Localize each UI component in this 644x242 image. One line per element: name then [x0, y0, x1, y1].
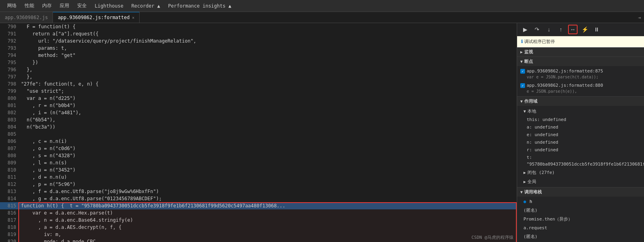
nav-performance[interactable]: 性能: [21, 0, 38, 12]
breakpoint-item-2[interactable]: ✓ app.93609862.js:formatted:880 e = JSON…: [517, 81, 644, 96]
line-num: 796: [0, 66, 19, 73]
code-line: , r = n("b0b4"): [19, 102, 517, 109]
code-line: url: "/dataservice/query/project/finishM…: [19, 37, 517, 45]
callstack-header[interactable]: ▼ 调用堆栈: [517, 187, 644, 197]
code-table: 790 F = function(t) {791 return a["a"].r…: [0, 23, 517, 242]
line-num: 809: [0, 159, 19, 166]
code-line: , p = n("5c96"): [19, 181, 517, 188]
code-line: , g = d.a.enc.Utf8.parse("0123456789ABCD…: [19, 195, 517, 202]
code-editor[interactable]: 790 F = function(t) {791 return a["a"].r…: [0, 23, 517, 242]
step-over-button[interactable]: ↷: [532, 25, 542, 34]
nav-application[interactable]: 应用: [56, 0, 73, 12]
tab-original[interactable]: app.93609862.js: [0, 12, 53, 23]
watch-header[interactable]: ▶ 监视: [517, 47, 644, 57]
top-nav: 网络 性能 内存 应用 安全 Lighthouse Recorder ▲ Per…: [0, 0, 644, 12]
bp-checkbox-2[interactable]: ✓: [520, 83, 525, 88]
code-line: }): [19, 59, 517, 66]
code-line: method: "get": [19, 52, 517, 59]
code-line: , l = n.n(s): [19, 159, 517, 166]
scope-var: n: undefined: [517, 139, 644, 146]
line-num: 820: [0, 238, 19, 242]
line-num: 804: [0, 123, 19, 131]
pause-button[interactable]: ⏸: [592, 25, 601, 34]
callstack-item[interactable]: (匿名): [517, 206, 644, 215]
code-line: var a = n("d225"): [19, 95, 517, 102]
line-num: 812: [0, 181, 19, 188]
scope-closure-header[interactable]: ▶ 闭包 (27fe): [517, 168, 644, 177]
code-line: },: [19, 73, 517, 80]
code-line: function h(t) { t = "95780ba0943730051dc…: [19, 202, 517, 209]
breakpoint-item-1[interactable]: ✓ app.93609862.js:formatted:875 var e = …: [517, 67, 644, 81]
scope-var: t: "95780ba0943730051dccb5fe3918f9fe1b6f…: [517, 154, 644, 168]
nav-security[interactable]: 安全: [73, 0, 91, 12]
expand-panel-icon[interactable]: ⇥: [635, 15, 644, 20]
scope-var: this: undefined: [517, 116, 644, 123]
main-content: 790 F = function(t) {791 return a["a"].r…: [0, 23, 644, 242]
line-num: 818: [0, 224, 19, 231]
nav-network[interactable]: 网络: [3, 0, 21, 12]
code-line: return a["a"].request({: [19, 30, 517, 37]
tab-formatted-label: app.93609862.js:formatted: [58, 15, 130, 20]
breakpoints-header[interactable]: ▼ 断点: [517, 57, 644, 66]
scope-label: 作用域: [524, 98, 537, 104]
deactivate-button[interactable]: ↔: [568, 25, 578, 34]
tab-formatted[interactable]: app.93609862.js:formatted ×: [53, 12, 140, 23]
bp-arrow: ▼: [520, 59, 523, 64]
watermark: CSDN @马虎的程序猿: [471, 234, 514, 240]
line-num: 801: [0, 102, 19, 109]
code-line: n("bc3a")): [19, 123, 517, 131]
scope-header[interactable]: ▼ 作用域: [517, 97, 644, 106]
nav-performance-insights[interactable]: Performance insights ▲: [164, 0, 235, 12]
code-line: [19, 131, 517, 138]
nav-recorder[interactable]: Recorder ▲: [127, 0, 164, 12]
line-num: 797: [0, 73, 19, 80]
line-num: 791: [0, 30, 19, 37]
callstack-item[interactable]: ● h: [517, 197, 644, 206]
callstack-label: 调用堆栈: [524, 189, 542, 195]
scope-global-label: 全局: [527, 179, 536, 185]
code-line: , n = d.a.enc.Base64.stringify(e): [19, 217, 517, 224]
line-num: 794: [0, 52, 19, 59]
bp-file-2: app.93609862.js:formatted:880: [527, 83, 603, 88]
scope-var: r: undefined: [517, 146, 644, 154]
nav-lighthouse[interactable]: Lighthouse: [91, 0, 127, 12]
resume-button[interactable]: ▶: [520, 25, 530, 34]
scope-closure-arrow: ▶: [523, 170, 526, 175]
async-button[interactable]: ⚡: [580, 25, 590, 34]
bp-code-1: var e = JSON.parse(h(t.data));: [527, 74, 603, 80]
breakpoints-content: ✓ app.93609862.js:formatted:875 var e = …: [517, 66, 644, 96]
callstack-item[interactable]: (匿名): [517, 232, 644, 241]
bp-file-1: app.93609862.js:formatted:875: [527, 68, 603, 74]
step-into-button[interactable]: ↓: [544, 25, 554, 34]
bp-code-2: e = JSON.parse(h(e)),: [527, 88, 603, 94]
bp-text-2: app.93609862.js:formatted:880 e = JSON.p…: [527, 82, 603, 94]
scope-var: e: undefined: [517, 131, 644, 139]
bp-checkbox-1[interactable]: ✓: [520, 69, 525, 74]
tab-bar: app.93609862.js app.93609862.js:formatte…: [0, 12, 644, 23]
callstack-item[interactable]: a.request: [517, 224, 644, 232]
line-num: 805: [0, 131, 19, 138]
callstack-item[interactable]: Promise.then（异步）: [517, 215, 644, 224]
line-num: 814: [0, 195, 19, 202]
step-out-button[interactable]: ↑: [556, 25, 566, 34]
line-num: 817: [0, 217, 19, 224]
breakpoints-section: ▼ 断点 ✓ app.93609862.js:formatted:875 var…: [517, 57, 644, 97]
close-tab-icon[interactable]: ×: [132, 16, 134, 20]
callstack-section: ▼ 调用堆栈 ● h(匿名)Promise.then（异步）a.request(…: [517, 187, 644, 242]
scope-var: a: undefined: [517, 123, 644, 131]
line-num: 811: [0, 174, 19, 181]
nav-memory[interactable]: 内存: [38, 0, 56, 12]
scope-local-header[interactable]: ▼ 本地: [517, 107, 644, 116]
code-line: F = function(t) {: [19, 23, 517, 30]
line-num: 790: [0, 23, 19, 30]
bp-text-1: app.93609862.js:formatted:875 var e = JS…: [527, 68, 603, 80]
watch-label: 监视: [524, 49, 533, 55]
scope-local-arrow: ▼: [523, 109, 526, 113]
scope-closure-label: 闭包 (27fe): [527, 170, 555, 176]
code-line: },: [19, 66, 517, 73]
debug-toolbar: ▶ ↷ ↓ ↑ ↔ ⚡ ⏸: [517, 23, 644, 36]
scope-section: ▼ 作用域 ▼ 本地 this: undefineda: undefinede:…: [517, 97, 644, 187]
scope-global-header[interactable]: ▶ 全局: [517, 177, 644, 186]
debug-panel: ▶ ↷ ↓ ↑ ↔ ⚡ ⏸ ℹ 调试程序已暂停 ▶ 监视 ▼ 断点: [517, 23, 644, 242]
code-line: , d = n.n(u): [19, 174, 517, 181]
